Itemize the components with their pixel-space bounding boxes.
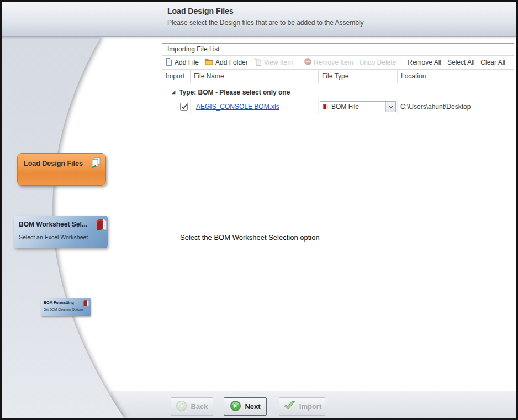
remove-circle-icon bbox=[304, 58, 311, 67]
add-file-button[interactable]: Add File bbox=[166, 58, 199, 67]
back-button-label: Back bbox=[191, 402, 208, 411]
file-type-combobox[interactable]: BOM File bbox=[320, 101, 396, 112]
wizard-header: Load Design Files Please select the Desi… bbox=[2, 2, 516, 37]
group-row-bom[interactable]: ◢ Type: BOM - Please select only one bbox=[162, 85, 514, 99]
file-type-value: BOM File bbox=[331, 103, 359, 111]
bom-book-icon bbox=[322, 103, 329, 111]
step-title: Load Design Files bbox=[24, 160, 83, 167]
bom-book-icon bbox=[82, 299, 90, 309]
sidebar-step-load-design-files[interactable]: Load Design Files bbox=[17, 153, 106, 186]
step-title: BOM Formatting bbox=[44, 301, 74, 305]
group-row-label: Type: BOM - Please select only one bbox=[179, 88, 290, 96]
select-all-button[interactable]: Select All bbox=[447, 59, 474, 66]
remove-all-button[interactable]: Remove All bbox=[408, 59, 441, 66]
annotation-connector-line bbox=[108, 237, 177, 237]
step-subtitle: Select an Excel Worksheet bbox=[19, 234, 88, 240]
column-header-file-type[interactable]: File Type bbox=[318, 70, 397, 83]
table-row: AEGIS_CONSOLE BOM.xls BOM File bbox=[162, 99, 514, 114]
add-folder-label: Add Folder bbox=[215, 59, 248, 66]
grid-toolbar: Add File Add Folder View Item Remove Ite bbox=[162, 56, 514, 70]
back-arrow-icon bbox=[176, 400, 187, 413]
import-button: Import bbox=[279, 397, 325, 416]
importing-file-list-panel: Importing File List Add File Add Folder … bbox=[162, 43, 514, 389]
dropdown-chevron-icon[interactable] bbox=[385, 102, 395, 112]
sidebar-step-bom-formatting[interactable]: BOM Formatting Set BOM Cleaning Options bbox=[41, 298, 91, 316]
view-item-button: View Item bbox=[254, 58, 293, 67]
clear-all-button[interactable]: Clear All bbox=[480, 59, 505, 66]
page-subtitle: Please select the Design files that are … bbox=[167, 19, 364, 27]
location-cell: C:\Users\ahunt\Desktop bbox=[397, 99, 514, 114]
next-button[interactable]: Next bbox=[224, 397, 267, 416]
undo-delete-label: Undo Delete bbox=[360, 59, 397, 66]
step-title: BOM Worksheet Sel... bbox=[19, 221, 87, 228]
next-button-label: Next bbox=[245, 402, 260, 411]
view-item-icon bbox=[254, 58, 262, 67]
sidebar-step-bom-worksheet-selection[interactable]: BOM Worksheet Sel... Select an Excel Wor… bbox=[14, 216, 108, 248]
view-item-label: View Item bbox=[264, 59, 293, 66]
import-button-label: Import bbox=[299, 402, 321, 411]
remove-item-label: Remove Item bbox=[314, 59, 353, 66]
bom-book-icon bbox=[94, 217, 109, 234]
remove-item-button: Remove Item bbox=[304, 58, 353, 67]
next-arrow-icon bbox=[230, 400, 241, 413]
select-all-label: Select All bbox=[447, 59, 474, 66]
column-header-import[interactable]: Import bbox=[162, 70, 190, 83]
add-folder-icon bbox=[205, 58, 213, 67]
add-folder-button[interactable]: Add Folder bbox=[205, 58, 248, 67]
import-checkbox[interactable] bbox=[180, 103, 188, 111]
file-name-link[interactable]: AEGIS_CONSOLE BOM.xls bbox=[196, 103, 279, 111]
wizard-window: Load Design Files Please select the Desi… bbox=[0, 0, 518, 420]
column-header-file-name[interactable]: File Name bbox=[190, 70, 318, 83]
panel-title: Importing File List bbox=[162, 44, 514, 56]
clear-all-label: Clear All bbox=[480, 59, 505, 66]
add-file-icon bbox=[166, 58, 172, 67]
column-header-location[interactable]: Location bbox=[397, 70, 514, 83]
annotation-text: Select the BOM Worksheet Selection optio… bbox=[180, 233, 320, 242]
undo-delete-button: Undo Delete bbox=[360, 59, 397, 66]
import-check-icon bbox=[283, 400, 296, 413]
copy-files-icon bbox=[89, 156, 102, 172]
back-button: Back bbox=[171, 397, 213, 416]
add-file-label: Add File bbox=[175, 59, 199, 66]
page-title: Load Design Files bbox=[167, 7, 234, 15]
grid-header-row: Import File Name File Type Location bbox=[162, 70, 514, 83]
remove-all-label: Remove All bbox=[408, 59, 441, 66]
footer-bar: Back Next Import bbox=[111, 391, 516, 418]
step-subtitle: Set BOM Cleaning Options bbox=[44, 308, 83, 311]
group-expander-icon[interactable]: ◢ bbox=[172, 90, 175, 95]
